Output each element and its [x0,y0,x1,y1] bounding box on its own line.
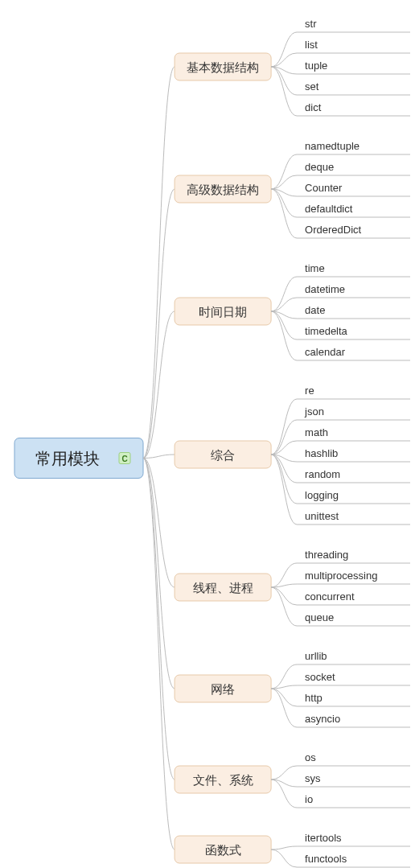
leaf-label: set [305,80,319,93]
leaf-label: os [305,751,316,763]
branch-node[interactable]: 函数式 [175,836,271,863]
connector [271,689,297,727]
connector [271,849,297,867]
leaf-node[interactable]: namedtuple [297,140,410,154]
leaf-node[interactable]: unittest [297,510,410,525]
connector [271,298,297,311]
connector [271,584,297,587]
connector [271,189,297,238]
leaf-node[interactable]: json [297,405,410,420]
connector [143,455,175,459]
branch-node[interactable]: 网络 [175,675,271,702]
leaf-label: concurrent [305,590,355,603]
leaf-label: time [305,262,325,274]
leaf-label: threading [305,549,348,561]
leaf-node[interactable]: concurrent [297,590,410,605]
leaf-node[interactable]: random [297,468,410,483]
badge-text: C [121,455,127,463]
leaf-label: re [305,385,314,397]
leaf-label: date [305,304,325,316]
leaf-node[interactable]: urllib [297,650,410,664]
leaf-label: datetime [305,283,345,295]
connector [271,67,297,116]
leaf-node[interactable]: deque [297,161,410,175]
leaf-node[interactable]: hashlib [297,447,410,462]
connector [271,685,297,689]
leaf-node[interactable]: http [297,692,410,706]
leaf-node[interactable]: io [297,793,410,808]
leaf-node[interactable]: queue [297,611,410,626]
leaf-label: sys [305,772,321,784]
leaf-label: deque [305,161,334,173]
branch-label: 基本数据结构 [187,60,259,74]
leaf-node[interactable]: timedelta [297,325,410,339]
connector [271,455,297,525]
connector [143,459,175,850]
connector [271,455,297,504]
connector [271,53,297,67]
branch-node[interactable]: 综合 [175,441,271,468]
connector [271,563,297,587]
connector [271,664,297,689]
leaf-node[interactable]: calendar [297,346,410,360]
leaf-node[interactable]: threading [297,549,410,563]
branch-node[interactable]: 高级数据结构 [175,175,271,203]
leaf-node[interactable]: math [297,426,410,441]
leaf-node[interactable]: dict [297,101,410,116]
leaf-label: io [305,793,313,805]
leaf-label: dict [305,101,322,113]
connector [271,846,297,849]
connector [271,154,297,189]
leaf-label: tuple [305,60,327,72]
root-label: 常用模块 [35,450,100,467]
connector [271,32,297,67]
branch-label: 高级数据结构 [187,183,259,196]
leaf-node[interactable]: Counter [297,182,410,196]
leaf-node[interactable]: os [297,751,410,766]
connector [271,780,297,808]
root-node[interactable]: 常用模块C [14,438,143,479]
connector [143,189,175,459]
branch-label: 线程、进程 [193,581,253,594]
leaf-label: json [304,405,324,418]
branch-node[interactable]: 时间日期 [175,298,271,325]
leaf-node[interactable]: functools [297,853,410,867]
branch-label: 网络 [211,682,235,696]
leaf-node[interactable]: logging [297,489,410,504]
leaf-node[interactable]: tuple [297,60,410,74]
leaf-label: socket [305,671,335,683]
leaf-label: asyncio [305,713,340,725]
leaf-node[interactable]: str [297,18,410,32]
leaf-node[interactable]: sys [297,772,410,787]
leaf-label: calendar [305,346,346,358]
leaf-node[interactable]: socket [297,671,410,685]
leaf-node[interactable]: asyncio [297,713,410,727]
leaf-node[interactable]: list [297,39,410,53]
leaf-node[interactable]: itertools [297,832,410,846]
leaf-label: multiprocessing [305,570,377,582]
leaf-node[interactable]: datetime [297,283,410,298]
leaf-label: itertools [305,832,342,844]
leaf-node[interactable]: set [297,80,410,95]
mindmap-canvas: 常用模块C基本数据结构strlisttuplesetdict高级数据结构name… [0,0,415,868]
connector [271,277,297,311]
branch-node[interactable]: 线程、进程 [175,574,271,601]
leaf-label: math [305,426,328,438]
leaf-label: namedtuple [305,140,360,152]
leaf-node[interactable]: OrderedDict [297,224,410,238]
leaf-label: list [305,39,318,51]
leaf-label: str [305,18,317,30]
branch-node[interactable]: 文件、系统 [175,766,271,793]
leaf-node[interactable]: defaultdict [297,203,410,217]
leaf-label: queue [305,611,334,623]
leaf-label: logging [305,489,339,501]
leaf-node[interactable]: time [297,262,410,277]
leaf-node[interactable]: multiprocessing [297,570,410,584]
connector [143,459,175,780]
leaf-label: defaultdict [305,203,353,215]
leaf-label: http [305,692,323,704]
branch-node[interactable]: 基本数据结构 [175,53,271,80]
leaf-node[interactable]: date [297,304,410,319]
connector [271,311,297,360]
leaf-node[interactable]: re [297,385,410,399]
